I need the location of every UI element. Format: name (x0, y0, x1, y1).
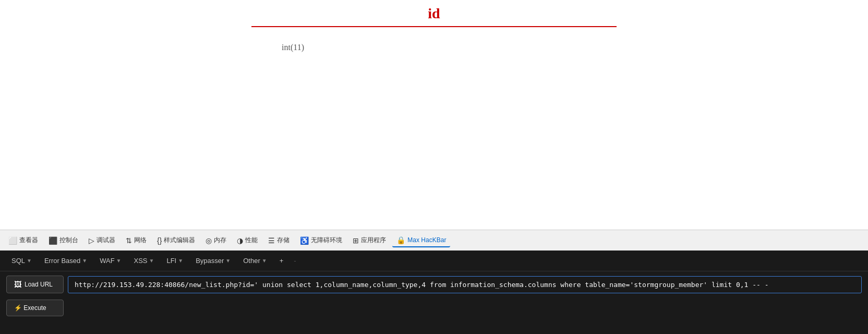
execute-label: ⚡ Execute (14, 304, 46, 312)
load-url-button[interactable]: 🖼 Load URL (6, 276, 64, 293)
column-header-area: id (0, 0, 868, 27)
tab-style-editor-label: 样式编辑器 (164, 236, 195, 245)
menu-error-based[interactable]: Error Based ▼ (39, 255, 92, 267)
menu-bypasser-label: Bypasser (196, 257, 224, 265)
debugger-icon: ▷ (89, 236, 94, 245)
menu-separator: - (291, 255, 299, 267)
hackbar: SQL ▼ Error Based ▼ WAF ▼ XSS ▼ LFI ▼ By… (0, 250, 868, 334)
memory-icon: ◎ (206, 236, 212, 245)
menu-other[interactable]: Other ▼ (238, 255, 272, 267)
second-btn-row: ⚡ Execute (0, 297, 868, 318)
storage-icon: ☰ (268, 236, 275, 245)
devtools-bar: ⬜ 查看器 ⬛ 控制台 ▷ 调试器 ⇅ 网络 {} 样式编辑器 ◎ 内存 ◑ 性… (0, 230, 868, 250)
waf-arrow-icon: ▼ (116, 258, 122, 264)
tab-performance[interactable]: ◑ 性能 (233, 234, 262, 247)
hackbar-input-row: 🖼 Load URL (0, 271, 868, 297)
tab-debugger[interactable]: ▷ 调试器 (85, 234, 119, 247)
tab-style-editor[interactable]: {} 样式编辑器 (153, 234, 199, 247)
tab-storage[interactable]: ☰ 存储 (264, 234, 294, 247)
error-based-arrow-icon: ▼ (82, 258, 87, 264)
sql-arrow-icon: ▼ (27, 258, 32, 264)
accessibility-icon: ♿ (300, 236, 309, 245)
red-divider (251, 26, 617, 27)
tab-network[interactable]: ⇅ 网络 (122, 234, 151, 247)
menu-error-based-label: Error Based (44, 257, 80, 265)
load-url-label: Load URL (25, 281, 53, 288)
hackbar-menu: SQL ▼ Error Based ▼ WAF ▼ XSS ▼ LFI ▼ By… (0, 250, 868, 271)
tab-console-label: 控制台 (59, 236, 78, 245)
menu-minus-label: - (294, 257, 296, 265)
tab-inspector[interactable]: ⬜ 查看器 (4, 234, 42, 247)
menu-waf[interactable]: WAF ▼ (94, 255, 126, 267)
tab-performance-label: 性能 (245, 236, 258, 245)
performance-icon: ◑ (237, 236, 243, 245)
menu-plus[interactable]: + (274, 255, 289, 267)
lfi-arrow-icon: ▼ (178, 258, 183, 264)
menu-other-label: Other (243, 257, 260, 265)
tab-app-label: 应用程序 (361, 236, 386, 245)
tab-hackbar[interactable]: 🔒 Max HacKBar (392, 234, 450, 247)
menu-xss-label: XSS (134, 257, 148, 265)
inspector-icon: ⬜ (8, 236, 17, 245)
menu-plus-label: + (280, 257, 284, 265)
style-editor-icon: {} (157, 236, 162, 245)
menu-xss[interactable]: XSS ▼ (129, 255, 160, 267)
other-arrow-icon: ▼ (262, 258, 267, 264)
tab-hackbar-label: Max HacKBar (407, 236, 446, 244)
console-icon: ⬛ (49, 236, 57, 245)
column-title: id (0, 5, 868, 22)
tab-debugger-label: 调试器 (97, 236, 115, 245)
tab-inspector-label: 查看器 (19, 236, 38, 245)
main-content: id int(11) (0, 0, 868, 230)
tab-network-label: 网络 (134, 236, 147, 245)
load-url-icon: 🖼 (14, 280, 21, 289)
hackbar-lock-icon: 🔒 (396, 236, 405, 244)
xss-arrow-icon: ▼ (149, 258, 154, 264)
url-input[interactable] (68, 276, 862, 293)
menu-sql[interactable]: SQL ▼ (6, 255, 37, 267)
execute-button[interactable]: ⚡ Execute (6, 300, 64, 316)
tab-storage-label: 存储 (277, 236, 290, 245)
column-type: int(11) (282, 43, 868, 52)
tab-memory[interactable]: ◎ 内存 (201, 234, 231, 247)
tab-accessibility[interactable]: ♿ 无障碍环境 (296, 234, 346, 247)
menu-waf-label: WAF (100, 257, 114, 265)
network-icon: ⇅ (126, 236, 132, 245)
bypasser-arrow-icon: ▼ (225, 258, 231, 264)
menu-sql-label: SQL (11, 257, 25, 265)
tab-accessibility-label: 无障碍环境 (311, 236, 342, 245)
menu-bypasser[interactable]: Bypasser ▼ (190, 255, 236, 267)
tab-app[interactable]: ⊞ 应用程序 (348, 234, 390, 247)
menu-lfi-label: LFI (166, 257, 176, 265)
menu-lfi[interactable]: LFI ▼ (161, 255, 188, 267)
tab-console[interactable]: ⬛ 控制台 (44, 234, 82, 247)
tab-memory-label: 内存 (214, 236, 226, 245)
app-icon: ⊞ (353, 236, 359, 245)
